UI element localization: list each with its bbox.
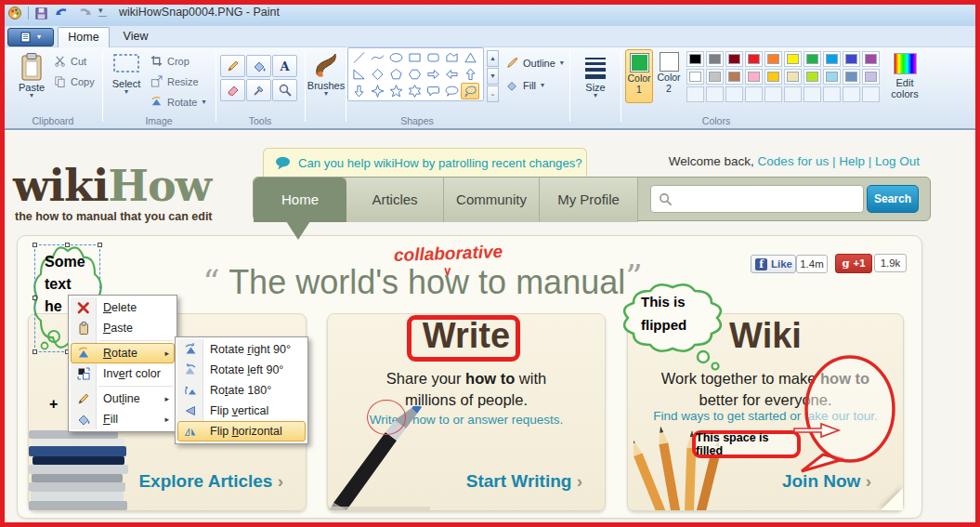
shape-rectangle[interactable] <box>405 49 424 66</box>
shape-curve[interactable] <box>368 49 386 66</box>
paste-button[interactable]: Paste▾ <box>13 52 50 99</box>
menu-item-fill[interactable]: Fill▸ <box>71 409 175 429</box>
brushes-button[interactable]: Brushes▾ <box>307 52 345 97</box>
palette-swatch-empty[interactable] <box>804 86 821 102</box>
cut-button[interactable]: Cut <box>54 55 86 67</box>
nav-tab-articles[interactable]: Articles <box>346 178 444 222</box>
patrol-banner[interactable]: Can you help wikiHow by patrolling recen… <box>263 148 587 177</box>
shape-arrow-right[interactable] <box>424 66 442 83</box>
size-button[interactable]: Size▾ <box>577 55 614 99</box>
palette-swatch-empty[interactable] <box>784 86 802 102</box>
shapes-scroll-down[interactable]: ▼ <box>487 68 499 85</box>
magnifier-tool[interactable] <box>272 79 297 101</box>
shape-diamond[interactable] <box>368 66 386 83</box>
fill-tool[interactable] <box>246 55 271 77</box>
palette-swatch[interactable] <box>862 69 880 85</box>
shape-callout-cloud[interactable] <box>461 83 479 99</box>
shape-right-triangle[interactable] <box>349 66 368 83</box>
redo-button[interactable] <box>76 7 93 20</box>
file-menu-button[interactable]: ▾ <box>7 28 54 46</box>
shape-rounded-rectangle[interactable] <box>424 49 442 66</box>
shape-arrow-left[interactable] <box>442 66 461 83</box>
help-link[interactable]: Help <box>839 154 865 168</box>
palette-swatch[interactable] <box>764 69 782 85</box>
facebook-like-button[interactable]: fLike <box>751 255 796 273</box>
palette-swatch[interactable] <box>823 69 841 85</box>
menu-item-rotate-right-90-[interactable]: Rotate right 90° <box>177 339 306 360</box>
shape-arrow-down[interactable] <box>349 83 368 99</box>
menu-item-flip-horizontal[interactable]: Flip horizontal <box>177 421 306 441</box>
username-link[interactable]: Codes for us <box>758 154 830 168</box>
shapes-scroll-up[interactable]: ▲ <box>487 50 499 67</box>
shape-triangle[interactable] <box>461 49 479 66</box>
palette-swatch[interactable] <box>784 69 802 85</box>
menu-item-paste[interactable]: Paste <box>71 318 175 338</box>
save-button[interactable] <box>34 7 48 20</box>
selection-handle[interactable] <box>33 243 37 247</box>
menu-item-outline[interactable]: Outline▸ <box>71 389 175 409</box>
palette-swatch[interactable] <box>843 69 860 85</box>
palette-swatch[interactable] <box>745 51 763 67</box>
shape-fill-button[interactable]: Fill▾ <box>505 79 544 92</box>
palette-swatch[interactable] <box>725 69 743 85</box>
menu-item-rotate-left-90-[interactable]: Rotate left 90° <box>177 360 306 380</box>
palette-swatch[interactable] <box>725 51 743 67</box>
menu-item-delete[interactable]: Delete <box>71 297 175 318</box>
shape-line[interactable] <box>349 49 368 66</box>
shapes-more[interactable]: ⌄ <box>487 86 499 102</box>
color-picker-tool[interactable] <box>246 79 271 101</box>
undo-button[interactable] <box>54 7 71 20</box>
palette-swatch-empty[interactable] <box>686 86 704 102</box>
shape-polygon[interactable] <box>442 49 461 66</box>
menu-item-flip-vertical[interactable]: Flip vertical <box>177 401 306 421</box>
palette-swatch[interactable] <box>804 69 821 85</box>
palette-swatch[interactable] <box>686 51 704 67</box>
shape-star-6[interactable] <box>405 83 424 99</box>
select-button[interactable]: Select▾ <box>106 52 147 95</box>
search-button[interactable]: Search <box>867 185 919 213</box>
selection-handle[interactable] <box>98 243 102 247</box>
search-box[interactable] <box>650 185 864 213</box>
shape-star-5[interactable] <box>386 83 405 99</box>
color1-button[interactable]: Color1 <box>625 49 653 103</box>
palette-swatch[interactable] <box>706 51 724 67</box>
google-plus-one-button[interactable]: g +1 <box>835 254 872 273</box>
palette-swatch-empty[interactable] <box>706 86 724 102</box>
shape-callout-oval[interactable] <box>442 83 461 99</box>
menu-item-rotate-180-[interactable]: Rotate 180° <box>177 380 306 401</box>
palette-swatch[interactable] <box>686 69 704 85</box>
customize-qat-button[interactable]: ▾— <box>98 7 107 19</box>
shape-callout-rounded[interactable] <box>424 83 442 99</box>
menu-item-rotate[interactable]: Rotate▸ <box>71 343 175 363</box>
search-input[interactable] <box>673 187 863 211</box>
start-writing-link[interactable]: Start Writing › <box>466 471 582 492</box>
nav-tab-my-profile[interactable]: My Profile <box>540 178 638 222</box>
palette-swatch-empty[interactable] <box>843 86 860 102</box>
eraser-tool[interactable] <box>220 79 245 101</box>
palette-swatch-empty[interactable] <box>862 86 880 102</box>
palette-swatch[interactable] <box>823 51 841 67</box>
palette-swatch[interactable] <box>745 69 763 85</box>
shape-arrow-up[interactable] <box>461 66 479 83</box>
shape-star-4[interactable] <box>368 83 386 99</box>
selection-handle[interactable] <box>65 243 70 247</box>
nav-tab-community[interactable]: Community <box>444 178 540 222</box>
palette-swatch[interactable] <box>706 69 724 85</box>
palette-swatch[interactable] <box>862 51 880 67</box>
color2-button[interactable]: Color2 <box>655 49 683 103</box>
palette-swatch[interactable] <box>843 51 860 67</box>
logout-link[interactable]: Log Out <box>875 154 920 168</box>
wikihow-logo[interactable]: wikiHow <box>13 164 211 208</box>
selection-handle[interactable] <box>33 296 37 300</box>
text-tool[interactable]: A <box>272 55 297 77</box>
palette-swatch[interactable] <box>764 51 782 67</box>
palette-swatch[interactable] <box>784 51 802 67</box>
rotate-button[interactable]: Rotate▾ <box>150 96 205 108</box>
palette-swatch-empty[interactable] <box>764 86 782 102</box>
edit-colors-button[interactable]: Edit colors <box>882 53 928 99</box>
tab-home[interactable]: Home <box>58 27 110 47</box>
shape-pentagon[interactable] <box>386 66 405 83</box>
copy-button[interactable]: Copy <box>54 75 95 87</box>
palette-swatch[interactable] <box>804 51 821 67</box>
palette-swatch-empty[interactable] <box>745 86 763 102</box>
